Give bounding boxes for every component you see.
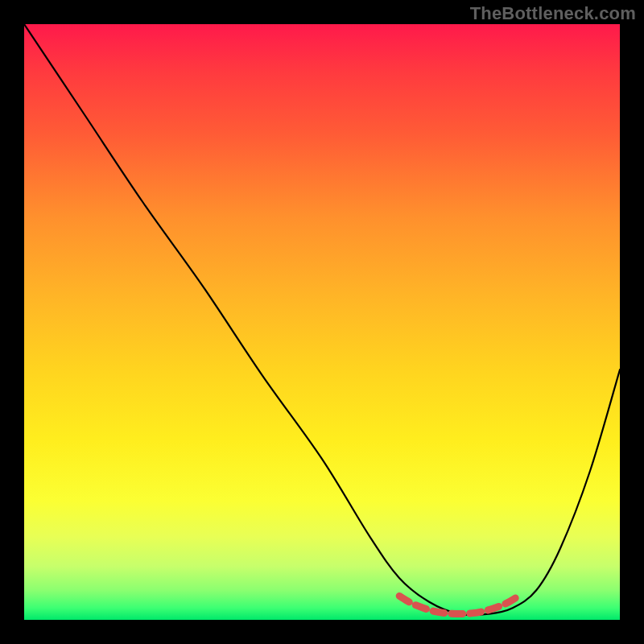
plot-area (24, 24, 620, 620)
watermark-text: TheBottleneck.com (470, 3, 636, 24)
optimal-zone-marker (399, 596, 518, 613)
curve-layer (24, 24, 620, 620)
bottleneck-curve (24, 24, 620, 615)
chart-container: TheBottleneck.com (0, 0, 644, 644)
